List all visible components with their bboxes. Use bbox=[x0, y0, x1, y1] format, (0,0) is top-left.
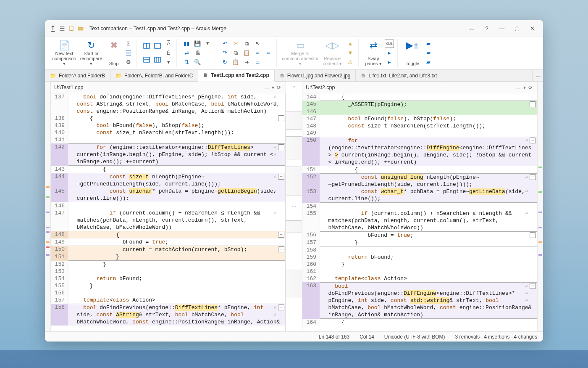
line-body[interactable]: return bFound; bbox=[320, 254, 537, 261]
line-body[interactable]: {→ bbox=[68, 115, 285, 122]
line-body[interactable] bbox=[320, 246, 537, 254]
overview-strip-left[interactable] bbox=[45, 82, 51, 331]
merge-to-ancestor-button[interactable]: ▭ Merge to common ancestor ▾ bbox=[281, 39, 320, 67]
close-button[interactable]: ✕ bbox=[525, 23, 540, 34]
line-body[interactable]: } bbox=[320, 261, 537, 268]
merge-right-icon[interactable]: → bbox=[278, 115, 284, 121]
code-line[interactable]: 151 { bbox=[302, 166, 537, 173]
text-e-icon[interactable]: É bbox=[164, 49, 173, 57]
code-line[interactable]: 154 bbox=[302, 203, 537, 210]
arrow-horiz-icon[interactable]: ⇄ bbox=[182, 49, 191, 57]
merge-left-icon[interactable]: ← bbox=[530, 101, 536, 107]
cut-icon[interactable]: ✂ bbox=[231, 40, 240, 48]
code-line[interactable]: 154 return bFound; bbox=[51, 275, 285, 282]
copy-icon[interactable]: ⧉ bbox=[231, 49, 240, 57]
minimize-button[interactable]: — bbox=[494, 23, 509, 34]
merge-right-icon[interactable]: → bbox=[278, 174, 284, 180]
code-line[interactable]: bMatchWholeWord, const engine::PositionR… bbox=[51, 318, 285, 326]
code-line[interactable]: 144 const size_t nLength(pEngine→⤶→ bbox=[51, 173, 285, 180]
print-icon[interactable]: 🖶 bbox=[193, 49, 202, 57]
code-line[interactable]: 163 bool⤶← bbox=[302, 282, 537, 290]
code-line[interactable]: 148 const size_t nSearchLen(strText.leng… bbox=[302, 122, 537, 130]
code-line[interactable]: 162 template<class Action> bbox=[302, 275, 537, 282]
undo-icon[interactable]: ↶ bbox=[220, 40, 229, 48]
line-body[interactable]: matches(pchData, nLength, current.column… bbox=[320, 217, 537, 224]
line-body[interactable]: current(inRange.begin(), pEngine, side);… bbox=[68, 151, 285, 158]
line-body[interactable]: const size_t nLength(pEngine→⤶→ bbox=[68, 173, 285, 180]
merge-left-icon[interactable]: ← bbox=[530, 283, 536, 289]
code-line[interactable]: 160 } bbox=[302, 261, 537, 268]
warn-up-icon[interactable]: ▲ bbox=[346, 40, 355, 48]
header-refresh-icon[interactable]: ⟳ bbox=[527, 85, 534, 90]
toggle-sub-3-icon[interactable]: ▰ bbox=[424, 58, 433, 66]
code-line[interactable]: pEngine, int side, const std::wstring& s… bbox=[302, 297, 537, 304]
code-line[interactable]: 149 bFound = true; bbox=[51, 238, 285, 246]
stop-button[interactable]: ✖ Stop bbox=[105, 39, 123, 67]
link-dots-icon[interactable]: ⋯ bbox=[291, 204, 297, 209]
line-body[interactable] bbox=[320, 130, 537, 137]
merge-left-icon[interactable]: ← bbox=[530, 232, 536, 238]
goto-icon[interactable]: ➜ bbox=[242, 58, 251, 66]
code-line[interactable]: 158 bool doFindPrevious(engine::DiffText… bbox=[51, 304, 285, 311]
code-line[interactable]: bMatchCase, bMatchWholeWord)) bbox=[302, 224, 537, 231]
line-body[interactable]: current.line()); bbox=[68, 195, 285, 202]
code-line[interactable]: inRange, Action& matchAction) bbox=[302, 311, 537, 319]
code-line[interactable]: 153 bbox=[51, 268, 285, 275]
layout-1-icon[interactable] bbox=[142, 42, 151, 50]
overview-strip-right[interactable] bbox=[537, 82, 543, 331]
line-body[interactable] bbox=[68, 202, 285, 209]
code-line[interactable]: 141 bbox=[51, 136, 285, 143]
line-body[interactable]: bMatchCase, bMatchWholeWord)) bbox=[320, 224, 537, 231]
code-line[interactable]: 157 } bbox=[302, 239, 537, 246]
line-body[interactable]: →getPrunedLineLength(side, current.line(… bbox=[320, 181, 537, 188]
code-line[interactable]: < inRange.end(); ++current) bbox=[302, 159, 537, 166]
line-body[interactable]: template<class Action> bbox=[320, 275, 537, 282]
line-body[interactable]: bFound = true; bbox=[68, 238, 285, 246]
line-body[interactable]: const size_t nSearchLen(strText.length()… bbox=[320, 122, 537, 130]
code-line[interactable]: current.line()); bbox=[302, 195, 537, 203]
os-taskbar[interactable] bbox=[0, 350, 588, 368]
code-line[interactable]: 140 const size_t nSearchLen(strText.leng… bbox=[51, 129, 285, 136]
code-line[interactable]: 152 const unsigned long nLength(pEngine→… bbox=[302, 173, 537, 181]
tab-foldera-folderb-and-folderc[interactable]: 📁FolderA, FolderB, and FolderC bbox=[110, 70, 198, 81]
line-body[interactable]: current = matchAction(current, bStop);→ bbox=[68, 246, 285, 253]
tab-test1-cpp-and-test2-cpp[interactable]: 🗎Test1.cpp and Test2.cpp bbox=[198, 70, 274, 82]
line-body[interactable]: } bbox=[68, 253, 285, 261]
hamburger-icon[interactable] bbox=[58, 24, 67, 33]
code-line[interactable]: 153 const wchar_t* pchData = pEngine→get… bbox=[302, 188, 537, 195]
code-line[interactable]: 151 } bbox=[51, 253, 285, 261]
code-line[interactable]: 159 return bFound; bbox=[302, 254, 537, 261]
line-body[interactable]: { bbox=[68, 166, 285, 173]
code-line[interactable]: current.line()); bbox=[51, 195, 285, 202]
align-center-icon[interactable]: ≣ bbox=[253, 58, 262, 66]
redo-icon[interactable]: ↷ bbox=[220, 49, 229, 57]
code-line[interactable]: 145 _ASSERTE(pEngine);← bbox=[302, 101, 537, 108]
code-line[interactable]: side, const AString& strText, bool bMatc… bbox=[51, 311, 285, 318]
code-line[interactable]: 146 bbox=[51, 202, 285, 209]
overview-mark[interactable] bbox=[46, 196, 50, 198]
warn-down-icon[interactable]: ▼ bbox=[346, 49, 355, 57]
line-body[interactable] bbox=[320, 203, 537, 210]
line-body[interactable]: { bbox=[320, 93, 537, 101]
code-line[interactable]: 142 for (engine::textiterator<engine::Di… bbox=[51, 143, 285, 151]
merge-right-icon[interactable]: → bbox=[278, 144, 284, 150]
line-body[interactable]: bool bFound(false), bStop(false); bbox=[320, 115, 537, 122]
code-line[interactable]: matches(pchData, nLength, current.column… bbox=[51, 217, 285, 224]
line-body[interactable]: bool doFindPrevious(engine::DiffTextLine… bbox=[68, 304, 285, 311]
line-body[interactable]: _ASSERTE(pEngine);← bbox=[320, 101, 537, 108]
overview-mark[interactable] bbox=[46, 231, 50, 233]
merge-right-icon[interactable]: → bbox=[278, 304, 284, 310]
code-line[interactable]: 155 } bbox=[51, 282, 285, 289]
line-body[interactable]: if (current.column() + nSearchLen ≤ nLen… bbox=[320, 210, 537, 217]
line-body[interactable]: } bbox=[68, 261, 285, 268]
code-line[interactable]: 147 if (current.column() + nSearchLen ≤ … bbox=[51, 209, 285, 217]
merge-right-icon[interactable]: → bbox=[278, 246, 284, 252]
code-line[interactable]: bMatchCase, bMatchWholeWord)) bbox=[51, 224, 285, 231]
overview-mark[interactable] bbox=[46, 212, 50, 213]
code-line[interactable]: 143 { bbox=[51, 166, 285, 173]
line-body[interactable]: const unsigned long nLength(pEngine→⤶← bbox=[320, 173, 537, 181]
sigma-icon[interactable]: Σ bbox=[124, 40, 133, 48]
code-line[interactable]: doFindPrevious(engine::DiffEngine<engine… bbox=[302, 290, 537, 297]
line-body[interactable]: (engine::textiterator<engine::DiffEngine… bbox=[320, 144, 537, 151]
text-up-icon[interactable]: A̅ bbox=[164, 40, 173, 48]
